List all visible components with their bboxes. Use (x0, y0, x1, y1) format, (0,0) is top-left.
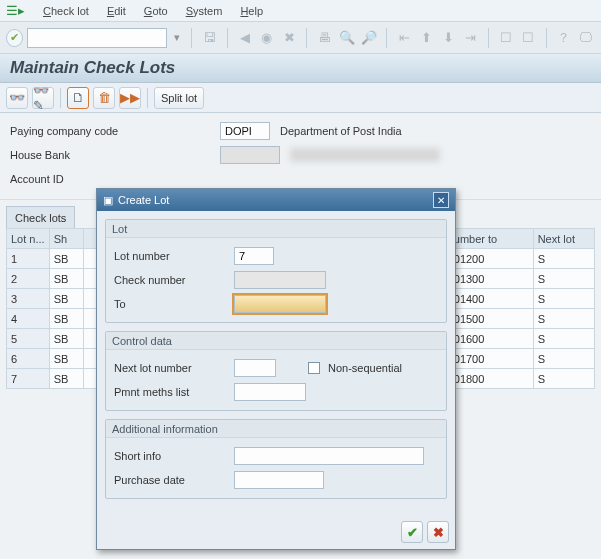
short-info-input[interactable] (234, 447, 424, 465)
save-icon[interactable]: 🖫 (200, 28, 218, 48)
prev-page-icon[interactable]: ⬆ (417, 28, 435, 48)
delete-button[interactable]: 🗑 (93, 87, 115, 109)
dialog-cancel-button[interactable]: ✖ (427, 521, 449, 543)
next-page-icon[interactable]: ⬇ (440, 28, 458, 48)
app-toolbar: ✔ ▾ 🖫 ◀ ◉ ✖ 🖶 🔍 🔎 ⇤ ⬆ ⬇ ⇥ ☐ ☐ ？ 🖵 (0, 22, 601, 54)
split-lot-label: Split lot (161, 92, 197, 104)
command-dropdown-icon[interactable]: ▾ (171, 31, 184, 44)
page-title: Maintain Check Lots (0, 54, 601, 83)
non-sequential-label: Non-sequential (328, 362, 402, 374)
next-lot-label: Next lot number (114, 362, 226, 374)
back-icon[interactable]: ◀ (236, 28, 254, 48)
to-label: To (114, 298, 226, 310)
cell-sh: SB (49, 349, 83, 369)
purchase-date-label: Purchase date (114, 474, 226, 486)
toolbar-separator (191, 28, 192, 48)
cell-lot: 7 (7, 369, 50, 389)
group-additional-title: Additional information (106, 420, 446, 438)
toolbar-separator (147, 88, 148, 108)
cell-to: 001400 (443, 289, 533, 309)
find-icon[interactable]: 🔍 (338, 28, 356, 48)
cell-lot: 5 (7, 329, 50, 349)
pmnt-methods-label: Pmnt meths list (114, 386, 226, 398)
change-button[interactable]: 👓✎ (32, 87, 54, 109)
col-lot[interactable]: Lot n... (7, 229, 50, 249)
menu-bar: ☰▸ Check lot Edit Goto System Help (0, 0, 601, 22)
to-input[interactable] (234, 295, 326, 313)
command-field[interactable] (27, 28, 167, 48)
check-number-input[interactable] (234, 271, 326, 289)
create-button[interactable]: 🗋 (67, 87, 89, 109)
purchase-date-input[interactable] (234, 471, 324, 489)
page-toolbar: 👓 👓✎ 🗋 🗑 ▶▶ Split lot (0, 83, 601, 113)
dialog-icon: ▣ (103, 194, 113, 207)
dialog-close-button[interactable]: ✕ (433, 192, 449, 208)
header-form: Paying company code DOPI Department of P… (0, 113, 601, 200)
col-num-to[interactable]: number to (443, 229, 533, 249)
cell-next: S (533, 369, 594, 389)
shortcut-icon[interactable]: ☐ (519, 28, 537, 48)
cell-next: S (533, 329, 594, 349)
display-button[interactable]: 👓 (6, 87, 28, 109)
find-next-icon[interactable]: 🔎 (360, 28, 378, 48)
col-next[interactable]: Next lot (533, 229, 594, 249)
help-icon[interactable]: ？ (555, 28, 573, 48)
cell-next: S (533, 249, 594, 269)
last-page-icon[interactable]: ⇥ (462, 28, 480, 48)
cell-to: 001700 (443, 349, 533, 369)
company-code-desc: Department of Post India (280, 125, 402, 137)
split-lot-button[interactable]: Split lot (154, 87, 204, 109)
menu-goto[interactable]: Goto (144, 5, 168, 17)
group-additional: Additional information Short info Purcha… (105, 419, 447, 499)
toolbar-separator (386, 28, 387, 48)
cell-sh: SB (49, 309, 83, 329)
cell-to: 001500 (443, 309, 533, 329)
toolbar-separator (488, 28, 489, 48)
lot-number-label: Lot number (114, 250, 226, 262)
group-control: Control data Next lot number Non-sequent… (105, 331, 447, 411)
next-lot-input[interactable] (234, 359, 276, 377)
cell-lot: 4 (7, 309, 50, 329)
print-icon[interactable]: 🖶 (315, 28, 333, 48)
toolbar-separator (227, 28, 228, 48)
group-lot: Lot Lot number Check number To (105, 219, 447, 323)
command-input[interactable] (27, 28, 167, 48)
house-bank-field[interactable] (220, 146, 280, 164)
layout-icon[interactable]: 🖵 (577, 28, 595, 48)
dialog-title: Create Lot (118, 194, 169, 206)
col-sh[interactable]: Sh (49, 229, 83, 249)
new-session-icon[interactable]: ☐ (497, 28, 515, 48)
dialog-titlebar[interactable]: ▣ Create Lot ✕ (97, 189, 455, 211)
cell-next: S (533, 289, 594, 309)
cell-lot: 3 (7, 289, 50, 309)
company-code-label: Paying company code (10, 125, 210, 137)
cell-sh: SB (49, 369, 83, 389)
enter-button[interactable]: ✔ (6, 29, 23, 47)
non-sequential-checkbox[interactable] (308, 362, 320, 374)
menu-system[interactable]: System (186, 5, 223, 17)
pmnt-methods-input[interactable] (234, 383, 306, 401)
menu-help[interactable]: Help (240, 5, 263, 17)
lot-number-input[interactable] (234, 247, 274, 265)
group-control-title: Control data (106, 332, 446, 350)
exit-icon[interactable]: ◉ (258, 28, 276, 48)
toolbar-separator (306, 28, 307, 48)
first-page-icon[interactable]: ⇤ (395, 28, 413, 48)
company-code-field[interactable]: DOPI (220, 122, 270, 140)
dialog-ok-button[interactable]: ✔ (401, 521, 423, 543)
account-id-label: Account ID (10, 173, 210, 185)
house-bank-label: House Bank (10, 149, 210, 161)
execute-button[interactable]: ▶▶ (119, 87, 141, 109)
cell-next: S (533, 349, 594, 369)
cancel-icon[interactable]: ✖ (280, 28, 298, 48)
cell-next: S (533, 269, 594, 289)
menu-check-lot[interactable]: Check lot (43, 5, 89, 17)
cell-to: 001800 (443, 369, 533, 389)
sap-menu-icon[interactable]: ☰▸ (6, 4, 25, 17)
cell-to: 001200 (443, 249, 533, 269)
table-caption: Check lots (6, 206, 75, 228)
cell-sh: SB (49, 249, 83, 269)
menu-edit[interactable]: Edit (107, 5, 126, 17)
toolbar-separator (60, 88, 61, 108)
check-number-label: Check number (114, 274, 226, 286)
